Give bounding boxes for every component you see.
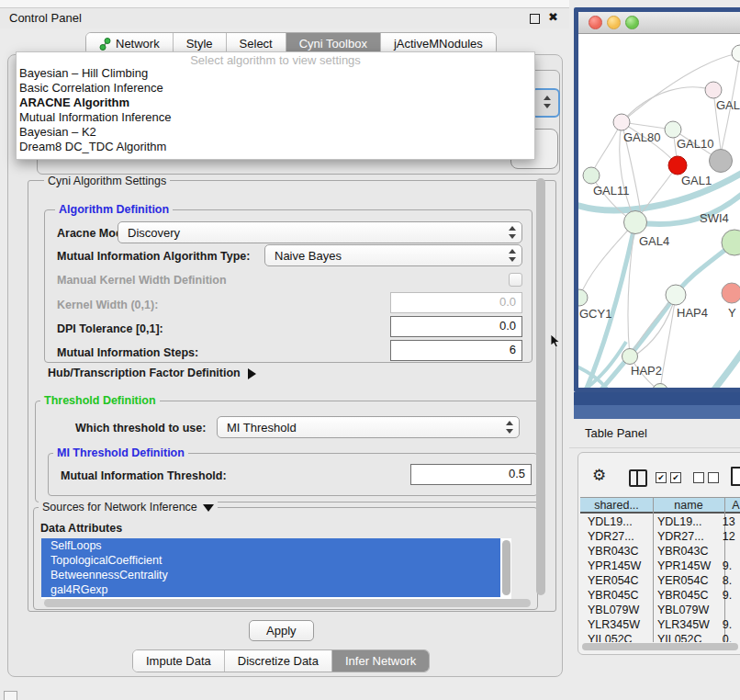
network-node-label: Y: [728, 306, 736, 320]
list-scrollbar[interactable]: [502, 540, 510, 595]
mi-steps-field[interactable]: 6: [390, 340, 522, 361]
table-cell: YBR045C: [580, 589, 651, 602]
table-row[interactable]: YBR045CYBR045C9.: [580, 588, 740, 603]
settings-vertical-scrollbar[interactable]: [536, 178, 545, 595]
network-node[interactable]: [722, 283, 740, 303]
spinner-arrows-icon: [508, 249, 516, 262]
table-row[interactable]: YDL19...YDL19...13: [580, 514, 740, 529]
threshold-definition-title: Threshold Definition: [40, 394, 160, 407]
split-columns-icon[interactable]: [629, 469, 647, 487]
table-row[interactable]: YPR145WYPR145W9.: [580, 559, 740, 573]
network-node-label: GCY1: [579, 307, 611, 321]
network-window-titlebar[interactable]: [578, 12, 740, 34]
apply-button[interactable]: Apply: [249, 620, 314, 641]
network-node[interactable]: [705, 82, 722, 98]
table-rows[interactable]: YDL19...YDL19...13YDR27...YDR27...12YBR0…: [580, 514, 740, 642]
bottom-tabbar: Impute Data Discretize Data Infer Networ…: [132, 649, 430, 672]
table-row[interactable]: YLR345WYLR345W9.: [580, 617, 740, 632]
network-node[interactable]: [578, 289, 588, 306]
mi-threshold-label: Mutual Information Threshold:: [61, 469, 227, 482]
network-node[interactable]: [665, 121, 681, 138]
list-item[interactable]: Mutual Information Inference: [19, 110, 532, 125]
table-row[interactable]: YIL052CYIL052C0.: [580, 632, 740, 642]
table-cell: YBR045C: [651, 589, 721, 602]
which-threshold-combo[interactable]: MI Threshold: [217, 416, 520, 438]
dpi-tolerance-label: DPI Tolerance [0,1]:: [57, 322, 163, 335]
network-edge[interactable]: [622, 87, 713, 122]
network-node-label: HAP4: [677, 306, 708, 320]
network-canvas[interactable]: GALGAL80GAL10GAL1GAL11GAL4SWI4HAP4YGCY1H…: [578, 33, 740, 388]
network-node[interactable]: [666, 285, 686, 305]
network-node[interactable]: [653, 384, 668, 389]
checked-checkbox-pair-icon[interactable]: ✔✔: [656, 472, 681, 483]
data-attributes-list[interactable]: SelfLoopsTopologicalCoefficientBetweenne…: [41, 538, 511, 599]
table-settings-gear-icon[interactable]: ⚙: [592, 468, 606, 484]
list-item[interactable]: Dream8 DC_TDC Algorithm: [19, 140, 532, 154]
table-cell: YLR345W: [580, 618, 651, 631]
sources-group-title[interactable]: Sources for Network Inference: [39, 501, 218, 514]
table-row[interactable]: YBL079WYBL079W: [580, 603, 740, 617]
algorithm-options-list[interactable]: Bayesian – Hill ClimbingBasic Correlatio…: [19, 66, 532, 154]
hub-definition-toggle[interactable]: Hub/Transcription Factor Definition: [48, 367, 256, 379]
network-node[interactable]: [732, 45, 740, 62]
table-horizontal-scrollbar[interactable]: [582, 643, 738, 650]
tab-discretize-data[interactable]: Discretize Data: [225, 650, 332, 672]
manual-kernel-checkbox[interactable]: [509, 273, 522, 287]
spinner-arrows-icon: [505, 421, 513, 434]
table-row[interactable]: YDR27...YDR27...12: [580, 529, 740, 544]
network-node[interactable]: [583, 167, 600, 184]
table-cell: 9.: [721, 618, 740, 631]
list-item[interactable]: Basic Correlation Inference: [19, 81, 532, 96]
network-node[interactable]: [710, 150, 733, 173]
table-cell: YDR27...: [580, 530, 651, 543]
network-node[interactable]: [668, 156, 687, 175]
network-node-label: GAL1: [681, 174, 712, 187]
kernel-width-field[interactable]: 0.0: [390, 292, 522, 313]
list-item[interactable]: ARACNE Algorithm: [19, 96, 532, 110]
table-cell: YLR345W: [651, 618, 721, 631]
network-view-window[interactable]: GALGAL80GAL10GAL1GAL11GAL4SWI4HAP4YGCY1H…: [574, 7, 740, 392]
list-item[interactable]: BetweennessCentrality: [41, 568, 500, 582]
dpi-tolerance-field[interactable]: 0.0: [390, 316, 522, 337]
table-cell: 8.: [721, 574, 740, 587]
column-header-shared[interactable]: shared...: [580, 497, 653, 514]
list-item[interactable]: TopologicalCoefficient: [41, 553, 500, 568]
column-header-name[interactable]: name: [653, 497, 724, 514]
algorithm-dropdown-popup: Select algorithm to view settings Bayesi…: [16, 51, 535, 160]
network-node[interactable]: [622, 349, 638, 365]
close-icon[interactable]: ✖: [548, 10, 558, 24]
table-cell: YER054C: [580, 574, 651, 587]
mi-threshold-field[interactable]: 0.5: [410, 464, 532, 485]
list-item[interactable]: Bayesian – K2: [19, 125, 532, 140]
corner-widget[interactable]: [4, 691, 17, 700]
table-cell: YDR27...: [651, 530, 721, 543]
column-header-third[interactable]: A: [724, 497, 740, 514]
list-item[interactable]: SelfLoops: [41, 538, 500, 553]
split-divider[interactable]: [574, 405, 740, 419]
settings-horizontal-scrollbar[interactable]: [44, 599, 531, 607]
mi-steps-label: Mutual Information Steps:: [57, 346, 198, 359]
minimize-traffic-light-icon[interactable]: [607, 16, 621, 29]
mi-algorithm-type-combo[interactable]: Naive Bayes: [264, 244, 522, 266]
top-strip: [0, 0, 569, 8]
network-node-label: HAP2: [631, 364, 662, 378]
tab-infer-network[interactable]: Infer Network: [332, 650, 429, 672]
float-window-icon[interactable]: [530, 14, 540, 24]
network-node[interactable]: [613, 114, 630, 130]
document-icon[interactable]: [731, 467, 740, 486]
list-item[interactable]: Bayesian – Hill Climbing: [19, 66, 532, 81]
network-node-label: GAL10: [677, 137, 713, 151]
table-row[interactable]: YER054CYER054C8.: [580, 573, 740, 588]
settings-group-title: Cyni Algorithm Settings: [44, 175, 170, 187]
table-cell: YPR145W: [651, 559, 721, 572]
aracne-mode-combo[interactable]: Discovery: [118, 221, 522, 243]
close-traffic-light-icon[interactable]: [589, 16, 602, 29]
network-node[interactable]: [624, 211, 647, 234]
list-item[interactable]: gal4RGexp: [41, 582, 500, 597]
network-edge[interactable]: [700, 347, 740, 388]
zoom-traffic-light-icon[interactable]: [625, 16, 639, 29]
table-row[interactable]: YBR043CYBR043C: [580, 544, 740, 559]
network-edge[interactable]: [591, 122, 622, 175]
unchecked-checkbox-pair-icon[interactable]: [693, 472, 719, 483]
tab-impute-data[interactable]: Impute Data: [133, 650, 225, 672]
